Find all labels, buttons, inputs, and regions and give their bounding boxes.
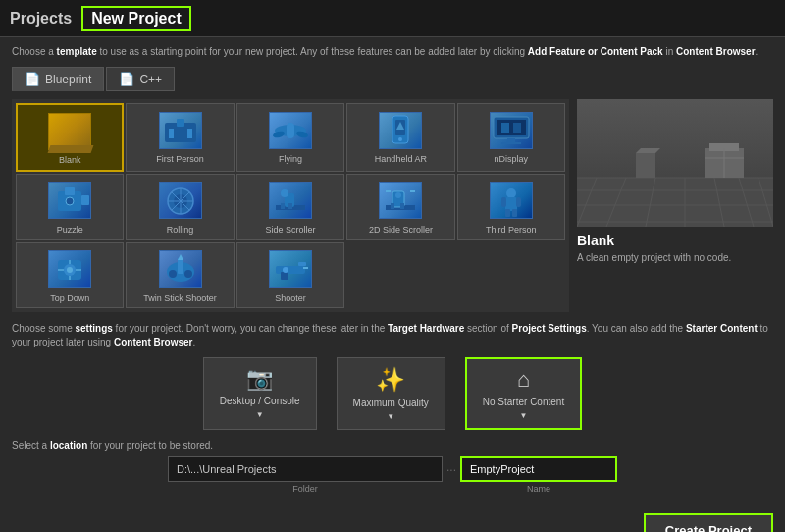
nostarter-icon: ⌂ [517,367,530,393]
header: Projects New Project [0,0,785,37]
settings-info-text: Choose some settings for your project. D… [12,322,773,349]
firstperson-icon [156,108,205,152]
preview-image [577,99,773,227]
svg-rect-36 [391,203,394,209]
preview-panel: Blank A clean empty project with no code… [577,99,773,312]
monitor-icon: 📷 [246,366,273,392]
tab-blueprint[interactable]: 📄 Blueprint [12,67,104,91]
svg-rect-37 [400,203,404,209]
template-side2d[interactable]: 2D Side Scroller [346,174,454,240]
template-blank-label: Blank [59,155,81,166]
svg-rect-42 [501,197,506,207]
template-blank[interactable]: Blank [16,103,124,172]
svg-rect-44 [505,209,510,217]
template-side2d-label: 2D Side Scroller [369,225,433,236]
name-label: Name [527,484,550,494]
svg-rect-3 [187,129,192,138]
no-starter-content-label: No Starter Content [483,397,564,407]
template-flying-label: Flying [279,154,302,165]
shooter-icon [266,247,315,292]
nostarter-arrow-icon: ▼ [520,411,528,420]
template-handheld[interactable]: Handheld AR [346,103,454,172]
svg-rect-20 [81,195,89,205]
svg-rect-31 [281,203,285,209]
template-twinstick[interactable]: Twin Stick Shooter [126,242,234,309]
svg-rect-59 [298,262,306,266]
svg-rect-41 [505,197,517,211]
svg-rect-13 [497,120,526,135]
projects-tab[interactable]: Projects [10,10,72,27]
side2d-icon [376,179,425,223]
svg-point-21 [66,197,74,205]
svg-rect-2 [169,129,174,138]
templates-grid: Blank First Person [16,103,565,308]
template-firstperson[interactable]: First Person [126,103,234,172]
folder-field: Folder [168,456,443,494]
puzzle-icon [45,179,94,223]
project-type-tabs: 📄 Blueprint 📄 C++ [12,67,773,91]
folder-label: Folder [292,484,318,494]
cpp-tab-icon: 📄 [119,72,134,86]
svg-marker-57 [178,254,183,260]
side-icon [266,179,315,223]
svg-rect-80 [636,153,655,178]
content-area: Blank First Person [12,99,773,312]
settings-buttons: 📷 Desktop / Console ▼ ✨ Maximum Quality … [12,357,773,430]
svg-rect-56 [178,258,183,274]
no-starter-content-button[interactable]: ⌂ No Starter Content ▼ [465,357,582,430]
template-side[interactable]: Side Scroller [236,174,344,240]
svg-rect-5 [287,123,294,138]
svg-rect-45 [512,209,517,217]
new-project-tab[interactable]: New Project [81,6,191,31]
template-flying[interactable]: Flying [236,103,344,172]
svg-rect-43 [516,197,521,207]
settings-section: Choose some settings for your project. D… [12,322,773,430]
svg-rect-60 [281,272,288,280]
name-field: Name [460,456,617,494]
svg-point-35 [395,192,401,198]
svg-rect-32 [288,203,292,209]
quality-icon: ✨ [376,366,405,394]
desktop-arrow-icon: ▼ [256,410,264,419]
svg-rect-15 [501,142,521,144]
template-twinstick-label: Twin Stick Shooter [143,293,217,304]
info-text: Choose a template to use as a starting p… [12,45,773,59]
template-shooter-label: Shooter [275,293,306,304]
template-third[interactable]: Third Person [457,174,565,240]
desktop-console-label: Desktop / Console [220,396,300,406]
template-puzzle[interactable]: Puzzle [16,174,124,240]
template-shooter[interactable]: Shooter [236,242,344,309]
blank-icon [45,109,94,153]
template-handheld-label: Handheld AR [375,154,427,165]
template-rolling-label: Rolling [167,225,194,236]
svg-point-48 [67,267,73,273]
handheld-icon [376,108,425,152]
rolling-icon [156,179,205,223]
cpp-tab-label: C++ [139,73,162,86]
topdown-icon [45,247,94,292]
blueprint-tab-icon: 📄 [25,72,40,86]
maximum-quality-button[interactable]: ✨ Maximum Quality ▼ [337,357,445,430]
create-project-button[interactable]: Create Project [644,513,773,532]
maximum-quality-label: Maximum Quality [353,398,429,408]
template-topdown-label: Top Down [50,293,89,304]
svg-point-61 [283,267,288,273]
project-name-input[interactable] [460,456,617,482]
template-rolling[interactable]: Rolling [126,174,234,240]
third-icon [487,179,536,223]
folder-input[interactable] [168,456,443,482]
template-puzzle-label: Puzzle [57,225,83,236]
quality-arrow-icon: ▼ [387,412,394,421]
template-ndisplay-label: nDisplay [495,154,529,165]
template-ndisplay[interactable]: nDisplay [457,103,565,172]
desktop-console-button[interactable]: 📷 Desktop / Console ▼ [203,357,317,430]
tab-cpp[interactable]: 📄 C++ [106,67,175,91]
preview-title: Blank [577,233,773,248]
footer: Create Project [0,507,785,532]
template-third-label: Third Person [486,225,537,236]
blueprint-tab-label: Blueprint [45,73,91,86]
svg-point-10 [398,137,402,141]
template-topdown[interactable]: Top Down [16,242,124,309]
twinstick-icon [156,247,205,292]
svg-point-40 [506,188,516,198]
